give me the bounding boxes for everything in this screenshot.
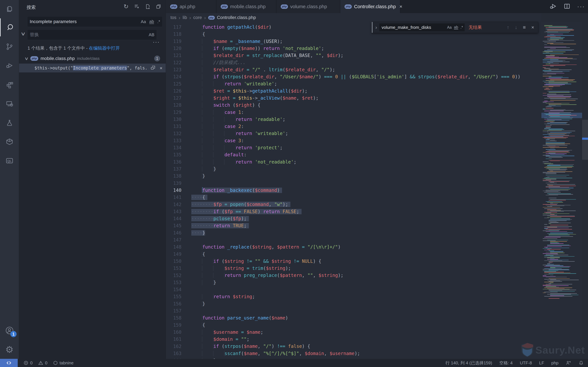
code-line-162[interactable]: 162 if (strpos($name, "/") !== false) { [166, 343, 541, 350]
dismiss-match-icon[interactable]: × [160, 65, 162, 71]
code-line-150[interactable]: 150 if ($string != "" && $string != NULL… [166, 258, 541, 265]
codeql-icon[interactable]: QL [0, 152, 19, 170]
code-line-122[interactable]: 122 //防呆模式... [166, 59, 541, 66]
code-line-120[interactable]: 120 if (empty($name)) return 'not_readab… [166, 45, 541, 52]
code-line-128[interactable]: 128 switch ($right) { [166, 101, 541, 109]
replace-twisty-icon[interactable]: ∨ [20, 31, 26, 37]
remote-explorer-icon[interactable] [0, 95, 19, 113]
regex-icon[interactable]: .* [460, 25, 463, 30]
code-line-139[interactable]: 139 [166, 180, 541, 187]
code-line-164[interactable]: 164 } [166, 357, 541, 359]
explorer-icon[interactable] [0, 0, 19, 18]
code-line-146[interactable]: 146····} [166, 229, 541, 236]
remote-indicator[interactable] [0, 359, 18, 367]
search-icon[interactable] [0, 18, 19, 36]
preserve-case-icon[interactable]: AB [149, 32, 154, 37]
code-line-157[interactable]: 157 [166, 307, 541, 314]
code-line-142[interactable]: 142········$fp = popen($command, "w"); [166, 201, 541, 208]
refresh-icon[interactable]: ↻ [123, 3, 129, 10]
code-line-132[interactable]: 132 return 'writeable'; [166, 130, 541, 137]
status-空格: 4[interactable]: 空格: 4 [499, 360, 513, 366]
code-line-129[interactable]: 129 case 1: [166, 109, 541, 116]
code-line-148[interactable]: 148 function _replace($string, $pattern … [166, 243, 541, 250]
run-debug-icon[interactable] [0, 57, 19, 75]
replace-match-icon[interactable] [150, 65, 156, 72]
tab-Controller.class.php[interactable]: phpController.class.php× [340, 0, 400, 13]
code-line-137[interactable]: 137 } [166, 166, 541, 173]
code-line-151[interactable]: 151 $string = trim($string); [166, 265, 541, 272]
code-line-138[interactable]: 138 } [166, 173, 541, 180]
code-line-136[interactable]: 136 return 'not_readable'; [166, 158, 541, 166]
settings-gear-icon[interactable]: ⚙ [0, 341, 19, 359]
code-line-149[interactable]: 149 { [166, 251, 541, 258]
match-result-row[interactable]: $this->output("Incomplete parameters", f… [19, 64, 166, 72]
status-UTF-8[interactable]: UTF-8 [520, 360, 532, 366]
code-line-143[interactable]: 143········if ($fp == FALSE) return FALS… [166, 208, 541, 215]
clear-results-icon[interactable] [134, 3, 140, 10]
close-find-icon[interactable]: × [531, 25, 534, 30]
search-input[interactable]: Incomplete parameters Aa ab .* [27, 17, 163, 27]
tab-volume.class.php[interactable]: phpvolume.class.php [277, 0, 340, 13]
whole-word-icon[interactable]: ab [454, 25, 458, 30]
code-line-131[interactable]: 131 case 2: [166, 123, 541, 130]
code-line-158[interactable]: 158 function parse_user_name($name) [166, 314, 541, 321]
more-actions-icon[interactable]: ··· [577, 3, 585, 10]
code-line-154[interactable]: 154 [166, 286, 541, 293]
find-widget-sash[interactable] [372, 22, 372, 33]
code-line-156[interactable]: 156 } [166, 300, 541, 307]
split-editor-icon[interactable] [563, 3, 571, 10]
toggle-replace-icon[interactable]: › [375, 25, 377, 30]
status-feedback[interactable] [566, 360, 571, 366]
code-editor[interactable]: 117 function getpathAcl($dir)118 {119 $n… [166, 22, 541, 359]
editor-scrollbar[interactable] [582, 22, 588, 359]
tab-mobile.class.php[interactable]: phpmobile.class.php [216, 0, 277, 13]
code-line-147[interactable]: 147 [166, 236, 541, 243]
file-twisty-icon[interactable]: ∨ [24, 56, 29, 61]
package-icon[interactable] [0, 133, 19, 151]
code-line-125[interactable]: 125 return 'writeable'; [166, 80, 541, 87]
minimap[interactable] [541, 22, 582, 359]
file-result-row[interactable]: ∨ php mobile.class.php include/class 1 [19, 54, 166, 63]
status-error[interactable]: 0 [23, 360, 33, 366]
replace-input[interactable]: 替换 AB [27, 30, 157, 40]
match-case-icon[interactable]: Aa [447, 25, 452, 30]
status-tabnine[interactable]: tabnine [53, 360, 73, 366]
breadcrumb[interactable]: tos› lib› core› php Controller.class.php [166, 13, 541, 22]
status-bell[interactable] [579, 360, 584, 366]
extensions-icon[interactable] [0, 76, 19, 94]
close-tab-icon[interactable]: × [399, 4, 402, 9]
code-line-155[interactable]: 155 return $string; [166, 293, 541, 300]
open-editors-icon[interactable] [155, 3, 162, 10]
code-line-163[interactable]: 163 sscanf($name, "%[^/]/%[^$]", $domain… [166, 350, 541, 357]
new-search-editor-icon[interactable] [144, 3, 151, 10]
status-warning[interactable]: 0 [38, 360, 47, 366]
status-php[interactable]: php [551, 360, 558, 366]
code-line-126[interactable]: 126 $ret = $this->getpathAclall($dir); [166, 87, 541, 94]
find-next-icon[interactable]: ↓ [515, 25, 517, 30]
code-line-121[interactable]: 121 $relate_dir = str_replace(DATA_BASE,… [166, 52, 541, 59]
search-details-toggle[interactable]: ··· [153, 39, 160, 45]
find-previous-icon[interactable]: ↑ [507, 25, 509, 30]
accounts-icon[interactable]: 1 [0, 321, 19, 340]
whole-word-icon[interactable]: ab [149, 19, 154, 24]
match-case-icon[interactable]: Aa [141, 19, 146, 24]
code-line-135[interactable]: 135 default: [166, 151, 541, 158]
testing-icon[interactable] [0, 114, 19, 132]
code-line-123[interactable]: 123 $relate_dir = "/" . ltrim($relate_di… [166, 66, 541, 73]
code-line-119[interactable]: 119 $name = _basename_(USER); [166, 38, 541, 45]
code-line-124[interactable]: 124 if (strpos($relate_dir, "/User/$name… [166, 73, 541, 80]
status-行 140, 列 4 (已选择159)[interactable]: 行 140, 列 4 (已选择159) [445, 360, 492, 366]
find-in-selection-icon[interactable]: ≡ [523, 25, 526, 30]
code-line-140[interactable]: 140 function _backexec($command) [166, 187, 541, 194]
run-debug-file-icon[interactable] [549, 2, 557, 11]
code-line-153[interactable]: 153 } [166, 279, 541, 286]
code-line-145[interactable]: 145········return TRUE; [166, 222, 541, 229]
code-line-127[interactable]: 127 $right = $this->_aclView($name, $ret… [166, 94, 541, 101]
code-line-141[interactable]: 141····{ [166, 194, 541, 201]
scrollbar-slider[interactable] [582, 120, 588, 160]
source-control-icon[interactable] [0, 38, 19, 56]
open-in-editor-link[interactable]: 在编辑器中打开 [89, 46, 120, 51]
tab-api.php[interactable]: phpapi.php [166, 0, 216, 13]
code-line-159[interactable]: 159 { [166, 321, 541, 328]
code-line-133[interactable]: 133 case 3: [166, 137, 541, 144]
